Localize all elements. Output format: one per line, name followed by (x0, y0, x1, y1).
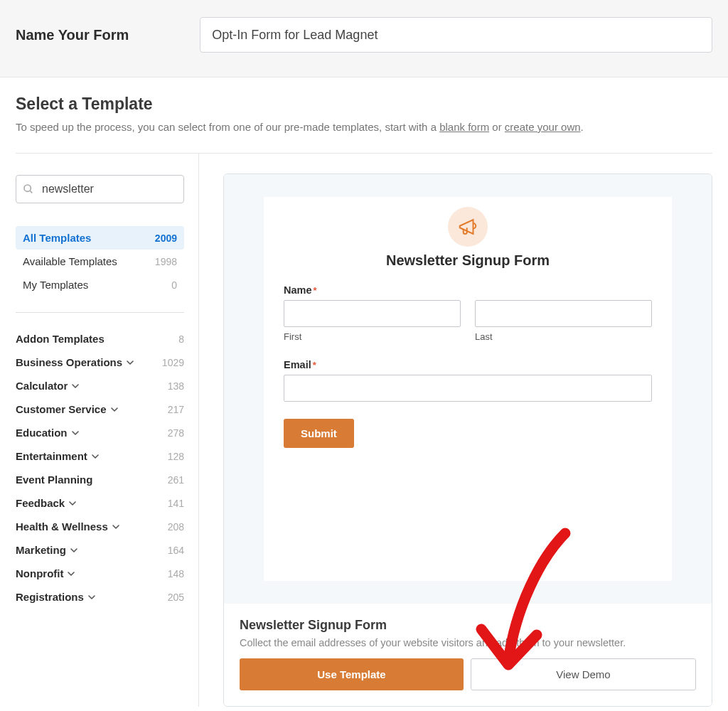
view-demo-button[interactable]: View Demo (471, 658, 696, 690)
svg-line-1 (30, 191, 32, 193)
category-label: Business Operations (16, 356, 122, 368)
first-name-input[interactable] (284, 300, 461, 327)
category-count: 208 (168, 521, 184, 533)
header-bar: Name Your Form (0, 0, 728, 77)
category-item[interactable]: Calculator138 (16, 374, 184, 397)
category-count: 138 (168, 380, 184, 392)
filter-count: 1998 (155, 256, 177, 267)
filter-item[interactable]: My Templates0 (16, 273, 184, 296)
category-item[interactable]: Entertainment128 (16, 444, 184, 468)
footer-title: Newsletter Signup Form (240, 618, 696, 633)
chevron-down-icon (111, 406, 118, 413)
last-name-input[interactable] (475, 300, 652, 327)
svg-point-0 (24, 185, 31, 191)
category-count: 205 (168, 592, 184, 603)
chevron-down-icon (127, 359, 134, 366)
subtext-mid: or (489, 121, 505, 133)
last-sub-label: Last (475, 331, 652, 342)
search-icon (23, 183, 34, 195)
category-item[interactable]: Event Planning261 (16, 468, 184, 491)
form-preview-title: Newsletter Signup Form (284, 252, 652, 269)
card-footer: Newsletter Signup Form Collect the email… (224, 604, 712, 706)
form-name-input[interactable] (200, 17, 712, 53)
category-label: Marketing (16, 544, 66, 556)
category-count: 261 (168, 474, 184, 486)
category-count: 148 (168, 568, 184, 579)
required-asterisk: * (314, 285, 317, 296)
template-search-input[interactable] (16, 175, 184, 203)
main-area: Newsletter Signup Form Name* First Last (199, 154, 712, 707)
section-subtext: To speed up the process, you can select … (16, 121, 712, 133)
email-input[interactable] (284, 375, 652, 402)
sidebar-divider (16, 312, 184, 313)
chevron-down-icon (72, 383, 79, 390)
megaphone-icon (448, 207, 488, 247)
category-item[interactable]: Nonprofit148 (16, 562, 184, 585)
preview-canvas: Newsletter Signup Form Name* First Last (224, 174, 712, 604)
search-wrap (16, 175, 184, 203)
chevron-down-icon (68, 570, 75, 577)
filter-count: 2009 (155, 232, 177, 244)
category-count: 8 (178, 333, 184, 345)
chevron-down-icon (72, 429, 79, 437)
category-count: 278 (168, 427, 184, 439)
template-preview-card: Newsletter Signup Form Name* First Last (223, 173, 712, 707)
blank-form-link[interactable]: blank form (439, 121, 489, 133)
subtext-pre: To speed up the process, you can select … (16, 121, 439, 133)
category-count: 128 (168, 451, 184, 462)
category-item[interactable]: Addon Templates8 (16, 327, 184, 351)
category-item[interactable]: Education278 (16, 421, 184, 444)
submit-button[interactable]: Submit (284, 419, 354, 448)
name-form-label: Name Your Form (16, 27, 129, 43)
category-item[interactable]: Business Operations1029 (16, 351, 184, 374)
form-icon-wrap (284, 207, 652, 247)
required-asterisk: * (313, 360, 316, 370)
filter-label: All Templates (23, 232, 91, 244)
category-label: Entertainment (16, 450, 87, 462)
sidebar: All Templates2009Available Templates1998… (16, 154, 199, 707)
first-sub-label: First (284, 331, 461, 342)
category-label: Nonprofit (16, 567, 63, 579)
category-label: Addon Templates (16, 333, 105, 345)
category-count: 217 (168, 404, 184, 415)
template-section: Select a Template To speed up the proces… (0, 77, 728, 133)
filter-label: My Templates (23, 279, 88, 291)
category-label: Calculator (16, 380, 68, 392)
category-count: 1029 (162, 357, 184, 368)
filter-label: Available Templates (23, 255, 117, 267)
category-item[interactable]: Customer Service217 (16, 397, 184, 421)
template-filters: All Templates2009Available Templates1998… (16, 226, 184, 296)
category-label: Feedback (16, 497, 65, 509)
chevron-down-icon (92, 453, 99, 460)
chevron-down-icon (70, 547, 77, 554)
category-label: Health & Wellness (16, 520, 108, 533)
category-item[interactable]: Health & Wellness208 (16, 515, 184, 538)
category-count: 141 (168, 498, 184, 509)
footer-description: Collect the email addresses of your webs… (240, 637, 696, 648)
category-label: Registrations (16, 591, 84, 603)
form-preview: Newsletter Signup Form Name* First Last (264, 197, 672, 581)
category-count: 164 (168, 545, 184, 556)
template-categories: Addon Templates8Business Operations1029C… (16, 327, 184, 609)
use-template-button[interactable]: Use Template (240, 658, 464, 690)
category-item[interactable]: Feedback141 (16, 491, 184, 515)
chevron-down-icon (69, 500, 76, 507)
filter-count: 0 (171, 279, 177, 291)
category-label: Event Planning (16, 474, 92, 486)
chevron-down-icon (112, 523, 119, 530)
category-item[interactable]: Registrations205 (16, 585, 184, 609)
category-label: Education (16, 427, 68, 439)
name-field-label: Name* (284, 284, 652, 296)
chevron-down-icon (88, 594, 95, 601)
filter-item[interactable]: Available Templates1998 (16, 250, 184, 273)
category-label: Customer Service (16, 403, 107, 415)
create-own-link[interactable]: create your own (505, 121, 581, 133)
filter-item[interactable]: All Templates2009 (16, 226, 184, 250)
section-title: Select a Template (16, 95, 712, 114)
category-item[interactable]: Marketing164 (16, 538, 184, 562)
email-field-label: Email* (284, 359, 652, 370)
subtext-end: . (581, 121, 584, 133)
